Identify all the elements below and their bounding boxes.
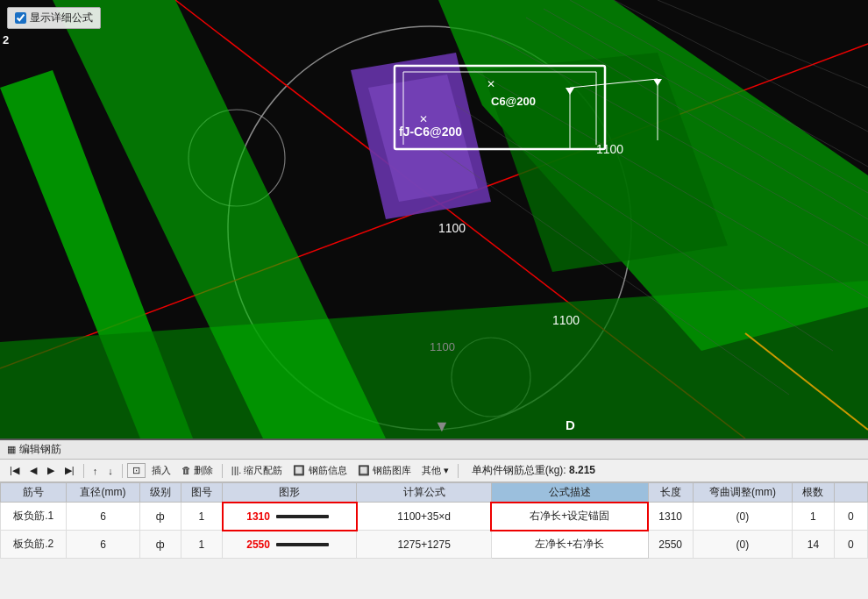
upload-btn[interactable]: ↑ [89, 465, 103, 477]
download-btn[interactable]: ↓ [103, 465, 117, 477]
table-header: 筋号 直径(mm) 级别 图号 图形 计算公式 公式描述 长度 弯曲调整(mm)… [1, 483, 868, 503]
panel-title-text: 编辑钢筋 [19, 442, 61, 457]
svg-text:C6@200: C6@200 [491, 95, 536, 108]
cell-shape[interactable]: 2550 [223, 531, 357, 559]
cell-count: 1 [793, 503, 834, 531]
panel-title-bar: ▦ 编辑钢筋 [0, 440, 868, 460]
first-btn[interactable]: |◀ [5, 464, 24, 477]
rebar-toolbar: |◀ ◀ ▶ ▶| ↑ ↓ ⊡ 插入 🗑 删除 |||. 缩尺配筋 🔲 钢筋信息… [0, 460, 868, 482]
cell-count: 14 [793, 531, 834, 559]
th-bend: 弯曲调整(mm) [693, 483, 793, 503]
rebar-shape-line [276, 515, 329, 518]
cell-num: 板负筋.1 [1, 503, 67, 531]
th-desc: 公式描述 [491, 483, 648, 503]
cell-grade: ф [139, 503, 181, 531]
cell-formula: 1100+35×d [357, 503, 491, 531]
cell-extra: 0 [834, 503, 867, 531]
th-num: 筋号 [1, 483, 67, 503]
cell-bend: (0) [693, 503, 793, 531]
show-formula-checkbox[interactable] [15, 12, 26, 24]
cad-drawing: fJ-C6@200 C6@200 ✕ ✕ 1100 1100 1100 1100… [0, 0, 868, 439]
last-btn[interactable]: ▶| [60, 464, 79, 477]
cell-shape-num: 1 [181, 503, 222, 531]
svg-text:1100: 1100 [596, 142, 623, 156]
cell-dia: 6 [67, 531, 139, 559]
svg-text:✕: ✕ [419, 113, 428, 125]
insert-btn[interactable]: 插入 [147, 463, 175, 478]
svg-text:1100: 1100 [430, 340, 455, 353]
svg-text:1100: 1100 [552, 313, 580, 327]
other-btn[interactable]: 其他 ▾ [417, 463, 453, 478]
cell-dia: 6 [67, 503, 139, 531]
cell-length: 2550 [648, 531, 693, 559]
show-formula-label: 显示详细公式 [30, 11, 93, 25]
svg-text:✕: ✕ [487, 78, 495, 90]
sep4 [458, 464, 459, 478]
cad-viewport: 显示详细公式 2 [0, 0, 868, 439]
cell-bend: (0) [693, 531, 793, 559]
svg-text:fJ-C6@200: fJ-C6@200 [399, 125, 462, 139]
table-body: 板负筋.1 6 ф 1 1310 1100+35×d 右净长+设定锚固 1310… [1, 503, 868, 559]
cell-length: 1310 [648, 503, 693, 531]
copy-btn[interactable]: ⊡ [127, 463, 146, 478]
rebar-table-container[interactable]: 筋号 直径(mm) 级别 图号 图形 计算公式 公式描述 长度 弯曲调整(mm)… [0, 482, 868, 559]
rebar-table: 筋号 直径(mm) 级别 图号 图形 计算公式 公式描述 长度 弯曲调整(mm)… [0, 482, 868, 559]
svg-text:▼: ▼ [434, 417, 450, 435]
rebar-lib-btn[interactable]: 🔲 钢筋图库 [353, 463, 416, 478]
shape-value: 1310 [246, 510, 270, 523]
viewport-num-2: 2 [3, 33, 9, 46]
prev-btn[interactable]: ◀ [25, 464, 41, 477]
shape-value: 2550 [246, 538, 270, 551]
sep1 [83, 464, 84, 478]
scale-btn[interactable]: |||. 缩尺配筋 [227, 463, 288, 478]
cell-shape[interactable]: 1310 [223, 503, 357, 531]
table-row[interactable]: 板负筋.2 6 ф 1 2550 1275+1275 左净长+右净长 2550 … [1, 531, 868, 559]
cell-shape-num: 1 [181, 531, 222, 559]
cell-desc: 左净长+右净长 [491, 531, 648, 559]
sep3 [222, 464, 223, 478]
th-length: 长度 [648, 483, 693, 503]
th-dia: 直径(mm) [67, 483, 139, 503]
formula-checkbox-container[interactable]: 显示详细公式 [7, 7, 101, 29]
cell-extra: 0 [834, 531, 867, 559]
table-row[interactable]: 板负筋.1 6 ф 1 1310 1100+35×d 右净长+设定锚固 1310… [1, 503, 868, 531]
rebar-edit-panel: ▦ 编辑钢筋 |◀ ◀ ▶ ▶| ↑ ↓ ⊡ 插入 🗑 删除 |||. 缩尺配筋… [0, 439, 868, 599]
svg-text:D: D [566, 417, 575, 432]
th-shape: 图形 [223, 483, 357, 503]
cell-formula: 1275+1275 [357, 531, 491, 559]
cell-desc: 右净长+设定锚固 [491, 503, 648, 531]
total-weight-value: 8.215 [569, 464, 595, 476]
th-extra [834, 483, 867, 503]
delete-btn[interactable]: 🗑 删除 [177, 463, 217, 478]
next-btn[interactable]: ▶ [43, 464, 59, 477]
svg-text:1100: 1100 [438, 221, 466, 235]
th-shape-num: 图号 [181, 483, 222, 503]
panel-title-icon: ▦ [7, 444, 16, 455]
cell-num: 板负筋.2 [1, 531, 67, 559]
rebar-info-btn[interactable]: 🔲 钢筋信息 [288, 463, 351, 478]
rebar-shape-line [276, 543, 329, 546]
sep2 [122, 464, 123, 478]
th-grade: 级别 [139, 483, 181, 503]
cell-grade: ф [139, 531, 181, 559]
th-formula: 计算公式 [357, 483, 491, 503]
total-weight-label: 单构件钢筋总重(kg): 8.215 [472, 463, 595, 478]
th-count: 根数 [793, 483, 834, 503]
